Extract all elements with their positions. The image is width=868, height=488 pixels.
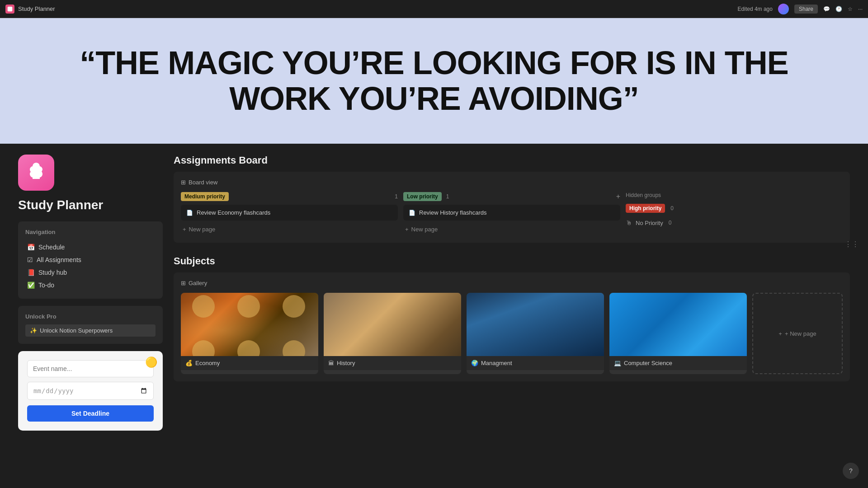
topbar-right: Edited 4m ago Share 💬 🕐 ☆ ··· (738, 4, 863, 14)
badge-medium-priority: Medium priority (181, 192, 229, 201)
checkmark-icon: ✅ (27, 282, 35, 289)
unlock-pro-title: Unlock Pro (25, 313, 156, 320)
cs-icon: 💻 (614, 360, 621, 366)
star-icon[interactable]: ☆ (848, 6, 853, 12)
nav-label-schedule: Schedule (38, 244, 65, 251)
avatar (778, 4, 789, 14)
comment-icon[interactable]: 💬 (823, 6, 830, 12)
medium-count: 1 (395, 193, 398, 200)
sparkle-icon: ✨ (30, 327, 37, 334)
expand-button[interactable]: ⋮⋮ (844, 240, 859, 249)
gallery-card-cs[interactable]: 💻 Computer Science (609, 293, 747, 374)
new-page-label-low: New page (411, 226, 438, 233)
nav-section-title: Navigation (25, 229, 156, 235)
set-deadline-button[interactable]: Set Deadline (27, 405, 154, 422)
page-wrapper: “THE MAGIC YOU’RE LOOKING FOR IS IN THE … (0, 0, 868, 441)
unlock-btn-label: Unlock Notion Superpowers (40, 327, 113, 334)
doc-icon-2: 📄 (409, 210, 415, 216)
plus-icon-subjects: + (778, 330, 782, 337)
share-button[interactable]: Share (794, 5, 818, 14)
check-square-icon: ☑ (27, 256, 33, 263)
calendar-icon: 📅 (27, 244, 35, 251)
new-page-label-subjects: + New page (785, 330, 816, 337)
nav-label-todo: To-do (38, 282, 54, 289)
page-title: Study Planner (18, 198, 163, 212)
hero-quote: “THE MAGIC YOU’RE LOOKING FOR IS IN THE … (36, 45, 832, 117)
doc-icon: 📄 (186, 210, 193, 216)
badge-low-priority: Low priority (403, 192, 442, 201)
book-icon: 📕 (27, 269, 35, 276)
gallery-grid: 💰 Economy 🏛 History (181, 293, 843, 374)
board-container: ⊞ Board view Medium priority 1 📄 Review … (174, 172, 850, 243)
hidden-group-high[interactable]: High priority 0 (626, 202, 843, 215)
gallery-label[interactable]: ⊞ Gallery (181, 280, 843, 286)
gallery-card-management[interactable]: 🌍 Managment (467, 293, 604, 374)
management-text: Managment (481, 360, 512, 366)
nav-label-all-assignments: All Assignments (37, 256, 81, 263)
assignments-board-title: Assignments Board (174, 155, 850, 166)
app-title: Study Planner (18, 5, 55, 12)
subjects-title: Subjects (174, 255, 850, 267)
column-low-header: Low priority 1 + (403, 192, 620, 201)
low-column-add-button[interactable]: + (616, 192, 620, 201)
hero-banner: “THE MAGIC YOU’RE LOOKING FOR IS IN THE … (0, 18, 868, 144)
board-columns: Medium priority 1 📄 Review Economy flash… (181, 192, 843, 235)
help-button[interactable]: ? (843, 463, 859, 479)
content-area: Study Planner Navigation 📅 Schedule ☑ Al… (0, 144, 868, 441)
low-new-page-button[interactable]: + New page (403, 223, 620, 235)
unlock-notion-button[interactable]: ✨ Unlock Notion Superpowers (25, 324, 156, 337)
badge-high-priority: High priority (626, 204, 665, 213)
cs-text: Computer Science (624, 360, 672, 366)
economy-icon: 💰 (185, 360, 193, 366)
no-priority-icon: 🖱 (626, 219, 632, 226)
hidden-group-no-priority[interactable]: 🖱 No Priority 0 (626, 217, 843, 228)
nav-label-study-hub: Study hub (38, 269, 67, 276)
clock-icon[interactable]: 🕐 (835, 6, 842, 12)
deadline-widget: 🟡 Set Deadline (18, 351, 163, 431)
unlock-pro-section: Unlock Pro ✨ Unlock Notion Superpowers (18, 306, 163, 344)
navigation-section: Navigation 📅 Schedule ☑ All Assignments … (18, 221, 163, 299)
plus-icon: + (183, 226, 186, 233)
subjects-new-page-card[interactable]: + + New page (752, 293, 843, 374)
deadline-date-input[interactable] (27, 382, 154, 400)
event-name-input[interactable] (27, 360, 154, 377)
hidden-groups-title: Hidden groups (626, 192, 843, 198)
app-icon (5, 5, 14, 14)
economy-image (181, 293, 318, 356)
plus-icon-2: + (405, 226, 409, 233)
topbar-left: Study Planner (5, 5, 55, 14)
management-icon: 🌍 (471, 360, 478, 366)
history-label: 🏛 History (324, 356, 461, 370)
medium-new-page-button[interactable]: + New page (181, 223, 398, 235)
history-icon: 🏛 (328, 360, 334, 366)
deadline-emoji: 🟡 (145, 357, 157, 368)
subjects-container: ⊞ Gallery 💰 Economy (174, 272, 850, 381)
management-image (467, 293, 604, 356)
nav-item-todo[interactable]: ✅ To-do (25, 279, 156, 291)
board-view-label[interactable]: ⊞ Board view (181, 179, 843, 186)
card-economy-flashcards[interactable]: 📄 Review Economy flashcards (181, 205, 398, 221)
nav-item-all-assignments[interactable]: ☑ All Assignments (25, 253, 156, 266)
gallery-label-text: Gallery (189, 280, 207, 286)
no-priority-label: No Priority (636, 220, 663, 226)
topbar: Study Planner Edited 4m ago Share 💬 🕐 ☆ … (0, 0, 868, 18)
card-economy-label: Review Economy flashcards (197, 209, 270, 216)
card-history-flashcards[interactable]: 📄 Review History flashcards (403, 205, 620, 221)
gallery-card-history[interactable]: 🏛 History (324, 293, 461, 374)
svg-rect-0 (8, 6, 13, 11)
card-history-label: Review History flashcards (419, 209, 487, 216)
gallery-card-economy[interactable]: 💰 Economy (181, 293, 318, 374)
brain-icon (25, 161, 47, 184)
sidebar: Study Planner Navigation 📅 Schedule ☑ Al… (18, 155, 163, 431)
economy-text: Economy (195, 360, 220, 366)
low-count: 1 (446, 193, 449, 200)
nav-item-study-hub[interactable]: 📕 Study hub (25, 266, 156, 279)
cs-image (609, 293, 747, 356)
column-medium-priority: Medium priority 1 📄 Review Economy flash… (181, 192, 398, 235)
board-view-icon: ⊞ (181, 179, 186, 186)
hidden-groups-section: Hidden groups High priority 0 🖱 No Prior… (626, 192, 843, 228)
more-icon[interactable]: ··· (858, 6, 863, 12)
nav-item-schedule[interactable]: 📅 Schedule (25, 241, 156, 253)
no-priority-count: 0 (669, 220, 672, 226)
management-label: 🌍 Managment (467, 356, 604, 370)
